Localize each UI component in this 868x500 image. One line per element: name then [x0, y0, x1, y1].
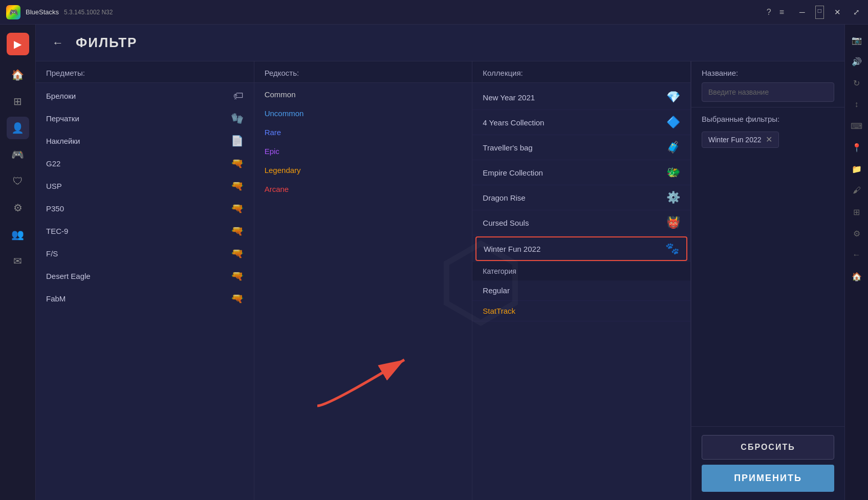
- list-item[interactable]: Брелоки 🏷: [36, 85, 254, 107]
- help-icon[interactable]: ?: [767, 8, 771, 17]
- collection-label: Cursed Souls: [483, 219, 529, 227]
- mail-button[interactable]: ✉: [7, 250, 29, 272]
- rsb-arrow-icon[interactable]: ←: [848, 246, 866, 264]
- list-item[interactable]: P350 🔫: [36, 197, 254, 220]
- rarity-label: Epic: [265, 147, 279, 156]
- home-button[interactable]: 🏠: [7, 63, 29, 86]
- sticker-icon: 📄: [231, 135, 244, 147]
- bag-icon: 🧳: [666, 141, 680, 154]
- gun-icon: 🔫: [231, 157, 244, 169]
- item-label: F/S: [46, 249, 58, 258]
- close-button[interactable]: ✕: [832, 6, 843, 19]
- item-label: Наклейки: [46, 137, 80, 145]
- back-button[interactable]: ←: [48, 34, 68, 52]
- rsb-settings2-icon[interactable]: ⚙: [848, 224, 866, 243]
- minimize-button[interactable]: ─: [797, 6, 807, 19]
- rarity-item-uncommon[interactable]: Uncommon: [254, 104, 472, 123]
- right-sidebar: 📷 🔊 ↻ ↕ ⌨ 📍 📁 🖌 ⊞ ⚙ ← 🏠: [844, 25, 868, 500]
- collection-label: Dragon Rise: [483, 193, 525, 202]
- collection-item-newyear[interactable]: New Year 2021 💎: [472, 85, 690, 110]
- active-filters-header: Выбранные фильтры:: [702, 115, 834, 123]
- games-button[interactable]: 🎮: [7, 143, 29, 166]
- item-label: G22: [46, 159, 60, 168]
- apply-button[interactable]: ПРИМЕНИТЬ: [702, 465, 834, 492]
- item-label: P350: [46, 204, 64, 213]
- shield-button[interactable]: 🛡: [7, 170, 29, 192]
- gun-icon: 🔫: [231, 292, 244, 305]
- collection-label: 4 Years Collection: [483, 118, 544, 127]
- windows-button[interactable]: ⊞: [7, 90, 29, 113]
- collection-list: New Year 2021 💎 4 Years Collection 🔷 Tra…: [472, 83, 690, 500]
- title-bar: 🎮 BlueStacks 5.3.145.1002 N32 ? ≡ ─ □ ✕ …: [0, 0, 868, 25]
- items-list: Брелоки 🏷 Перчатки 🧤 Наклейки 📄 G22 🔫: [36, 83, 254, 500]
- rsb-keyboard-icon[interactable]: ⌨: [848, 117, 866, 135]
- rsb-home2-icon[interactable]: 🏠: [848, 267, 866, 286]
- collection-item-cursed[interactable]: Cursed Souls 👹: [472, 210, 690, 235]
- list-item[interactable]: USP 🔫: [36, 175, 254, 197]
- collection-column: Коллекция: New Year 2021 💎 4 Years Colle…: [472, 61, 691, 500]
- collection-item-traveller[interactable]: Traveller's bag 🧳: [472, 135, 690, 160]
- items-header: Предметы:: [36, 61, 254, 83]
- rarity-list: Common Uncommon Rare Epic Legendary: [254, 83, 472, 500]
- collection-item-dragon[interactable]: Dragon Rise ⚙️: [472, 185, 690, 210]
- rarity-header: Редкость:: [254, 61, 472, 83]
- list-item[interactable]: G22 🔫: [36, 152, 254, 175]
- fullscreen-button[interactable]: ⤢: [851, 6, 862, 19]
- menu-icon[interactable]: ≡: [779, 8, 784, 17]
- rsb-brush-icon[interactable]: 🖌: [848, 181, 866, 200]
- rsb-shake-icon[interactable]: ↕: [848, 95, 866, 114]
- gun-icon: 🔫: [231, 247, 244, 259]
- category-item-stattrack[interactable]: StatTrack: [472, 301, 690, 321]
- play-button[interactable]: ▶: [7, 33, 29, 55]
- collection-item-4years[interactable]: 4 Years Collection 🔷: [472, 110, 690, 135]
- rarity-item-epic[interactable]: Epic: [254, 142, 472, 161]
- collection-label: Winter Fun 2022: [484, 245, 540, 253]
- maximize-button[interactable]: □: [815, 6, 824, 19]
- action-buttons: СБРОСИТЬ ПРИМЕНИТЬ: [691, 426, 844, 500]
- rsb-screenshot-icon[interactable]: 📷: [848, 31, 866, 49]
- rarity-item-legendary[interactable]: Legendary: [254, 161, 472, 180]
- settings-button[interactable]: ⚙: [7, 197, 29, 219]
- collection-label: Traveller's bag: [483, 143, 532, 152]
- app-content: ← ФИЛЬТР ⬡ Предметы: Брелоки 🏷 Перчатки …: [36, 25, 844, 500]
- rsb-location-icon[interactable]: 📍: [848, 138, 866, 157]
- filter-tag-label: Winter Fun 2022: [708, 136, 762, 144]
- list-item[interactable]: Перчатки 🧤: [36, 107, 254, 129]
- category-label: Regular: [483, 286, 510, 295]
- reset-button[interactable]: СБРОСИТЬ: [702, 435, 834, 460]
- list-item[interactable]: Desert Eagle 🔫: [36, 265, 254, 287]
- list-item[interactable]: F/S 🔫: [36, 242, 254, 265]
- 4years-icon: 🔷: [666, 116, 680, 129]
- rarity-item-arcane[interactable]: Arcane: [254, 180, 472, 199]
- filter-title: ФИЛЬТР: [76, 35, 137, 51]
- gun-icon: 🔫: [231, 225, 244, 237]
- app-name: BlueStacks: [26, 8, 59, 16]
- category-label: StatTrack: [483, 307, 515, 315]
- window-controls: ─ □ ✕ ⤢: [797, 6, 862, 19]
- rsb-apps-icon[interactable]: ⊞: [848, 203, 866, 221]
- name-input[interactable]: [702, 82, 834, 102]
- gun-icon: 🔫: [231, 180, 244, 192]
- rarity-label: Arcane: [265, 185, 289, 193]
- rsb-rotate-icon[interactable]: ↻: [848, 74, 866, 92]
- rsb-volume-icon[interactable]: 🔊: [848, 52, 866, 71]
- rsb-folder-icon[interactable]: 📁: [848, 160, 866, 178]
- rarity-item-common[interactable]: Common: [254, 85, 472, 104]
- list-item[interactable]: TEC-9 🔫: [36, 220, 254, 242]
- rarity-item-rare[interactable]: Rare: [254, 123, 472, 142]
- rarity-label: Legendary: [265, 166, 301, 175]
- profile-button[interactable]: 👤: [7, 117, 29, 139]
- collection-item-empire[interactable]: Empire Collection 🐲: [472, 160, 690, 185]
- rarity-label: Rare: [265, 128, 281, 137]
- empire-icon: 🐲: [666, 166, 680, 179]
- list-item[interactable]: Наклейки 📄: [36, 129, 254, 152]
- category-item-regular[interactable]: Regular: [472, 280, 690, 301]
- rarity-label: Uncommon: [265, 109, 304, 118]
- items-column: Предметы: Брелоки 🏷 Перчатки 🧤 Наклейки …: [36, 61, 254, 500]
- group-button[interactable]: 👥: [7, 223, 29, 246]
- title-bar-icons: ? ≡: [767, 8, 784, 17]
- collection-item-winter[interactable]: Winter Fun 2022 🐾: [475, 236, 687, 261]
- collection-label: Empire Collection: [483, 168, 543, 177]
- remove-filter-button[interactable]: ✕: [766, 136, 772, 144]
- list-item[interactable]: FabM 🔫: [36, 287, 254, 310]
